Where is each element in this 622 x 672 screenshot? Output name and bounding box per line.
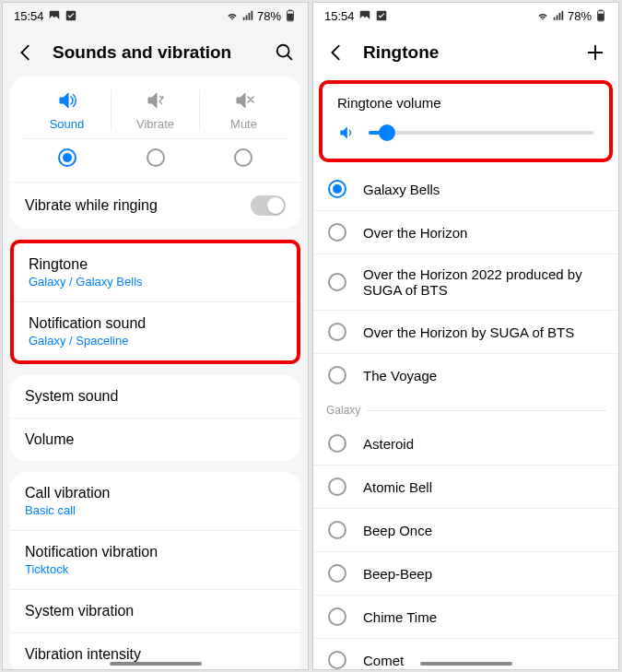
status-battery: 78% <box>257 9 281 23</box>
ringtone-radio[interactable] <box>328 521 346 539</box>
ringtone-notification-card: Ringtone Galaxy / Galaxy Bells Notificat… <box>10 240 300 364</box>
mode-label: Sound <box>50 117 85 131</box>
notification-sound-row[interactable]: Notification sound Galaxy / Spaceline <box>14 301 297 360</box>
svg-rect-3 <box>288 14 293 21</box>
vibrate-ringing-toggle[interactable] <box>251 195 286 216</box>
mode-vibrate[interactable]: Vibrate <box>111 89 199 131</box>
volume-slider-card: Ringtone volume <box>319 80 613 162</box>
mute-icon <box>233 89 255 112</box>
mode-label: Mute <box>230 117 257 131</box>
system-volume-card: System sound Volume <box>10 375 300 461</box>
vibrate-icon <box>145 89 167 112</box>
back-icon[interactable] <box>326 42 346 63</box>
notification-vibration-row[interactable]: Notification vibration Ticktock <box>10 530 300 589</box>
system-sound-row[interactable]: System sound <box>10 375 300 418</box>
header: Sounds and vibration <box>3 29 308 77</box>
ringtone-item[interactable]: Over the Horizon by SUGA of BTS <box>313 311 618 354</box>
ringtone-label: Over the Horizon by SUGA of BTS <box>363 324 604 340</box>
row-label: Notification vibration <box>25 544 158 560</box>
volume-row[interactable]: Volume <box>10 418 300 461</box>
ringtone-radio[interactable] <box>328 366 346 384</box>
ringtone-item[interactable]: Beep Once <box>313 509 618 552</box>
status-bar: 15:54 78% <box>313 3 618 29</box>
check-icon <box>65 9 77 22</box>
ringtone-label: Asteroid <box>363 436 604 452</box>
row-sub: Galaxy / Galaxy Bells <box>29 275 143 289</box>
ringtone-radio[interactable] <box>328 180 346 198</box>
mode-radio-mute[interactable] <box>234 148 252 167</box>
row-label: System vibration <box>25 603 134 619</box>
ringtone-radio[interactable] <box>328 651 346 669</box>
ringtone-label: Beep Once <box>363 523 604 538</box>
ringtone-list-galaxy: AsteroidAtomic BellBeep OnceBeep-BeepChi… <box>313 422 618 669</box>
home-indicator[interactable] <box>110 662 202 666</box>
status-battery: 78% <box>568 9 592 23</box>
ringtone-list: Galaxy BellsOver the HorizonOver the Hor… <box>313 168 618 396</box>
svg-rect-10 <box>599 10 603 11</box>
status-time: 15:54 <box>14 9 44 23</box>
ringtone-item[interactable]: Beep-Beep <box>313 552 618 595</box>
ringtone-item[interactable]: The Voyage <box>313 354 618 396</box>
header: Ringtone <box>313 29 618 77</box>
page-title: Ringtone <box>363 42 569 63</box>
ringtone-radio[interactable] <box>328 223 346 242</box>
home-indicator[interactable] <box>420 662 512 666</box>
ringtone-label: Over the Horizon <box>363 225 604 241</box>
mode-mute[interactable]: Mute <box>199 89 288 131</box>
svg-rect-4 <box>288 10 292 11</box>
volume-slider[interactable] <box>369 131 594 135</box>
ringtone-radio[interactable] <box>328 323 346 341</box>
ringtone-radio[interactable] <box>328 607 346 626</box>
battery-icon <box>594 9 607 22</box>
vibration-card: Call vibration Basic call Notification v… <box>10 472 300 669</box>
ringtone-item[interactable]: Over the Horizon 2022 produced by SUGA o… <box>313 254 618 311</box>
ringtone-item[interactable]: Chime Time <box>313 595 618 639</box>
ringtone-item[interactable]: Asteroid <box>313 422 618 466</box>
image-icon <box>358 9 371 22</box>
content-scroll[interactable]: Sound Vibrate Mute Vibrate while ringing <box>3 77 308 669</box>
volume-icon <box>337 124 356 142</box>
ringtone-radio[interactable] <box>328 434 346 453</box>
wifi-icon <box>226 9 239 22</box>
sound-icon <box>56 89 78 112</box>
content-scroll[interactable]: Ringtone volume Galaxy BellsOver the Hor… <box>313 77 618 669</box>
back-icon[interactable] <box>16 42 36 63</box>
ringtone-label: The Voyage <box>363 368 604 383</box>
add-icon[interactable] <box>585 42 605 63</box>
vibrate-while-ringing-row[interactable]: Vibrate while ringing <box>10 182 300 229</box>
phone-ringtone: 15:54 78% Ringtone Ringtone volume <box>312 2 619 670</box>
ringtone-radio[interactable] <box>328 273 346 291</box>
ringtone-radio[interactable] <box>328 477 346 496</box>
ringtone-row[interactable]: Ringtone Galaxy / Galaxy Bells <box>14 243 297 301</box>
svg-rect-9 <box>598 14 604 21</box>
system-vibration-row[interactable]: System vibration <box>10 589 300 632</box>
row-label: Notification sound <box>29 315 146 332</box>
phone-sounds-vibration: 15:54 78% Sounds and vibration Sound <box>2 2 309 670</box>
ringtone-label: Over the Horizon 2022 produced by SUGA o… <box>363 266 604 298</box>
volume-label: Ringtone volume <box>337 95 594 111</box>
row-sub: Basic call <box>25 503 110 517</box>
ringtone-label: Chime Time <box>363 609 604 625</box>
signal-icon <box>241 9 254 22</box>
ringtone-radio[interactable] <box>328 564 346 583</box>
ringtone-item[interactable]: Over the Horizon <box>313 211 618 254</box>
ringtone-item[interactable]: Galaxy Bells <box>313 168 618 211</box>
check-icon <box>375 9 388 22</box>
ringtone-label: Atomic Bell <box>363 479 604 495</box>
mode-radio-vibrate[interactable] <box>147 148 165 167</box>
signal-icon <box>552 9 565 22</box>
mode-sound[interactable]: Sound <box>23 89 111 131</box>
row-label: Call vibration <box>25 485 110 501</box>
search-icon[interactable] <box>275 42 295 63</box>
status-bar: 15:54 78% <box>3 3 308 29</box>
battery-icon <box>284 9 297 22</box>
ringtone-label: Beep-Beep <box>363 566 604 582</box>
status-time: 15:54 <box>324 9 355 23</box>
row-label: System sound <box>25 388 118 405</box>
page-title: Sounds and vibration <box>53 42 258 63</box>
row-label: Vibration intensity <box>25 646 141 663</box>
image-icon <box>48 9 61 22</box>
ringtone-item[interactable]: Atomic Bell <box>313 466 618 509</box>
call-vibration-row[interactable]: Call vibration Basic call <box>10 472 300 530</box>
mode-radio-sound[interactable] <box>58 148 76 167</box>
